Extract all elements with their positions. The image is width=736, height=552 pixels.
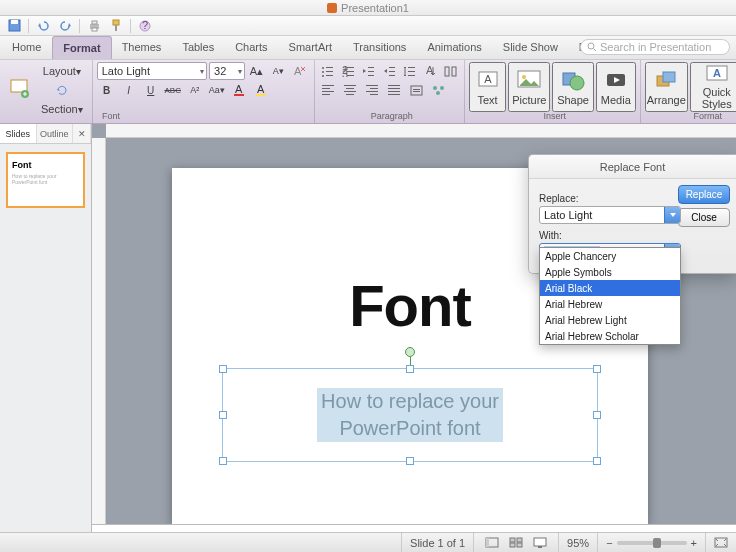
font-color-button[interactable]: A — [229, 81, 249, 99]
tab-home[interactable]: Home — [2, 36, 52, 59]
close-button[interactable]: Close — [678, 208, 730, 227]
tab-animations[interactable]: Animations — [417, 36, 492, 59]
strike-button[interactable]: ABC — [163, 81, 183, 99]
svg-rect-83 — [538, 546, 542, 548]
paragraph-group-label: Paragraph — [319, 111, 465, 121]
resize-handle[interactable] — [219, 365, 227, 373]
replace-font-combo[interactable]: Lato Light — [539, 206, 681, 224]
tab-themes[interactable]: Themes — [112, 36, 173, 59]
superscript-button[interactable]: A² — [185, 81, 205, 99]
resize-handle[interactable] — [219, 457, 227, 465]
print-icon[interactable] — [84, 18, 104, 34]
replace-button[interactable]: Replace — [678, 185, 730, 204]
text-box-button[interactable]: AText — [469, 62, 507, 112]
search-input[interactable]: Search in Presentation — [580, 39, 730, 55]
svg-rect-30 — [368, 67, 374, 68]
tab-smartart[interactable]: SmartArt — [279, 36, 343, 59]
subtitle-text[interactable]: How to replace yourPowerPoint font — [231, 377, 589, 453]
font-option-selected[interactable]: Arial Black — [540, 280, 680, 296]
zoom-in-icon[interactable]: + — [691, 537, 697, 549]
resize-handle[interactable] — [219, 411, 227, 419]
resize-handle[interactable] — [593, 457, 601, 465]
arrange-button[interactable]: Arrange — [645, 62, 688, 112]
media-button[interactable]: Media — [596, 62, 636, 112]
quick-access-toolbar: ? — [0, 16, 736, 36]
clear-formatting-icon[interactable]: A — [290, 62, 310, 80]
ribbon-tabs: Home Format Themes Tables Charts SmartAr… — [0, 36, 736, 60]
reset-button[interactable] — [36, 81, 88, 99]
svg-rect-81 — [517, 543, 522, 547]
tab-format[interactable]: Format — [52, 36, 111, 59]
justify-icon[interactable] — [385, 81, 405, 99]
svg-rect-80 — [510, 543, 515, 547]
resize-handle[interactable] — [593, 365, 601, 373]
resize-handle[interactable] — [406, 365, 414, 373]
replace-font-dialog[interactable]: Replace Font Replace Close Replace: Lato… — [528, 154, 736, 274]
highlight-button[interactable]: A — [251, 81, 271, 99]
picture-button[interactable]: Picture — [508, 62, 550, 112]
thumb-title: Font — [12, 160, 79, 170]
align-left-icon[interactable] — [319, 81, 339, 99]
help-icon[interactable]: ? — [135, 18, 155, 34]
slide-thumbnail-1[interactable]: Font How to replace your PowerPoint font — [6, 152, 85, 208]
shrink-font-icon[interactable]: A▾ — [268, 62, 288, 80]
font-name-combo[interactable]: Lato Light▾ — [97, 62, 207, 80]
svg-rect-3 — [92, 21, 97, 24]
font-option[interactable]: Apple Chancery — [540, 248, 680, 264]
quick-styles-button[interactable]: AQuick Styles — [690, 62, 736, 112]
font-size-combo[interactable]: 32▾ — [209, 62, 245, 80]
decrease-indent-icon[interactable] — [360, 62, 378, 80]
tab-charts[interactable]: Charts — [225, 36, 278, 59]
numbering-icon[interactable]: 123 — [339, 62, 357, 80]
bullets-icon[interactable] — [319, 62, 337, 80]
new-slide-button[interactable] — [4, 70, 34, 110]
tab-tables[interactable]: Tables — [172, 36, 225, 59]
underline-button[interactable]: U — [141, 81, 161, 99]
font-option[interactable]: Apple Symbols — [540, 264, 680, 280]
layout-dropdown[interactable]: Layout ▾ — [36, 62, 88, 80]
slides-tab[interactable]: Slides — [0, 124, 37, 143]
format-painter-icon[interactable] — [106, 18, 126, 34]
rotate-handle[interactable] — [405, 347, 415, 357]
align-center-icon[interactable] — [341, 81, 361, 99]
font-option[interactable]: Arial Hebrew Scholar — [540, 328, 680, 344]
line-spacing-icon[interactable] — [400, 62, 418, 80]
italic-button[interactable]: I — [119, 81, 139, 99]
tab-slide-show[interactable]: Slide Show — [493, 36, 569, 59]
grow-font-icon[interactable]: A▴ — [247, 62, 267, 80]
svg-rect-41 — [452, 67, 456, 76]
subtitle-placeholder[interactable]: How to replace yourPowerPoint font — [222, 368, 598, 462]
sorter-view-icon[interactable] — [506, 534, 526, 552]
bold-button[interactable]: B — [97, 81, 117, 99]
resize-handle[interactable] — [593, 411, 601, 419]
increase-indent-icon[interactable] — [380, 62, 398, 80]
outline-tab[interactable]: Outline — [37, 124, 74, 143]
change-case-button[interactable]: Aa▾ — [207, 81, 227, 99]
svg-rect-79 — [517, 538, 522, 542]
svg-rect-43 — [322, 88, 330, 89]
redo-icon[interactable] — [55, 18, 75, 34]
text-direction-icon[interactable]: A — [421, 62, 439, 80]
font-option[interactable]: Arial Hebrew Light — [540, 312, 680, 328]
normal-view-icon[interactable] — [482, 534, 502, 552]
fit-to-window-icon[interactable] — [705, 533, 736, 552]
shape-button[interactable]: Shape — [552, 62, 594, 112]
font-option[interactable]: Arial Hebrew — [540, 296, 680, 312]
zoom-slider[interactable] — [617, 541, 687, 545]
save-icon[interactable] — [4, 18, 24, 34]
undo-icon[interactable] — [33, 18, 53, 34]
font-dropdown-list[interactable]: Apple Chancery Apple Symbols Arial Black… — [539, 247, 681, 345]
align-vertical-icon[interactable] — [407, 81, 427, 99]
svg-rect-77 — [486, 538, 489, 547]
zoom-out-icon[interactable]: − — [606, 537, 612, 549]
tab-transitions[interactable]: Transitions — [343, 36, 417, 59]
convert-smartart-icon[interactable] — [429, 81, 449, 99]
slideshow-view-icon[interactable] — [530, 534, 550, 552]
columns-icon[interactable] — [441, 62, 459, 80]
svg-line-10 — [594, 49, 597, 52]
resize-handle[interactable] — [406, 457, 414, 465]
align-right-icon[interactable] — [363, 81, 383, 99]
svg-rect-31 — [368, 71, 374, 72]
svg-rect-40 — [445, 67, 449, 76]
close-panel-icon[interactable]: ✕ — [73, 124, 91, 143]
